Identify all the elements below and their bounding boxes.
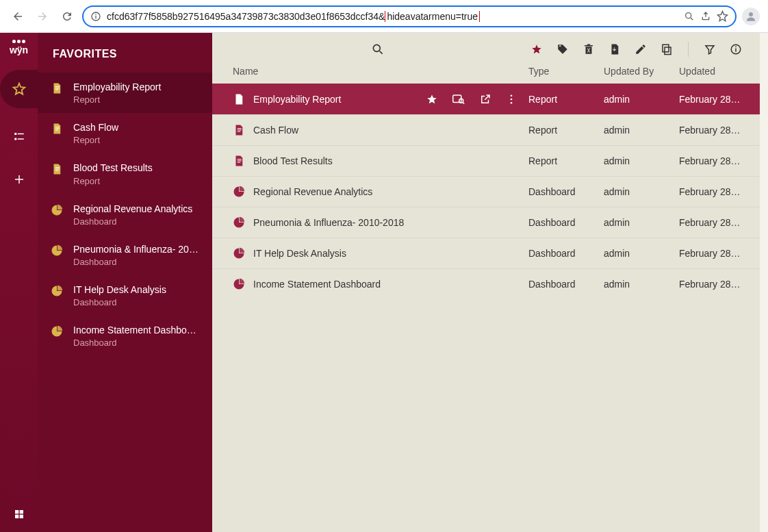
file-download-icon	[609, 43, 621, 55]
categories-icon	[13, 131, 25, 143]
report-icon	[50, 122, 64, 136]
list-header: Name Type Updated By Updated	[212, 66, 768, 84]
favorite-item[interactable]: Income Statement Dashbo… Dashboard	[38, 316, 212, 356]
favorite-item[interactable]: Cash Flow Report	[38, 113, 212, 153]
toolbar-edit-button[interactable]	[635, 43, 647, 55]
site-info-icon[interactable]	[90, 11, 101, 22]
row-name: Income Statement Dashboard	[253, 279, 528, 290]
share-icon[interactable]	[700, 11, 711, 22]
table-row[interactable]: Income Statement Dashboard Dashboard adm…	[212, 268, 768, 299]
report-icon	[233, 93, 245, 105]
svg-point-14	[373, 45, 380, 51]
svg-point-3	[686, 12, 691, 18]
table-row[interactable]: IT Help Desk Analysis Dashboard admin Fe…	[212, 238, 768, 268]
favorite-item[interactable]: Employability Report Report	[38, 73, 212, 113]
favorite-item-type: Dashboard	[73, 216, 200, 227]
wyn-logo[interactable]: wÿn	[10, 40, 28, 55]
col-header-updated[interactable]: Updated	[679, 66, 754, 77]
row-updated: February 28…	[679, 125, 754, 136]
row-updatedby: admin	[604, 217, 679, 228]
row-updatedby: admin	[604, 125, 679, 136]
row-type: Dashboard	[528, 279, 604, 290]
back-button[interactable]	[8, 7, 27, 26]
favorite-item-title: Income Statement Dashbo…	[73, 324, 200, 336]
favorite-item[interactable]: Regional Revenue Analytics Dashboard	[38, 194, 212, 235]
rail-favorites[interactable]	[0, 70, 38, 108]
favorite-item-type: Report	[73, 176, 200, 186]
svg-point-5	[749, 12, 753, 16]
row-type: Report	[528, 155, 604, 166]
col-header-name[interactable]: Name	[233, 66, 528, 77]
row-updated: February 28…	[679, 94, 754, 105]
toolbar-delete-button[interactable]	[583, 43, 595, 55]
filter-icon	[704, 43, 716, 55]
main-panel: Name Type Updated By Updated Employabili…	[212, 33, 768, 532]
favorite-item-title: Blood Test Results	[73, 162, 200, 174]
table-row[interactable]: Employability Report Report admin Februa…	[212, 84, 768, 114]
forward-button[interactable]	[33, 7, 52, 26]
svg-line-23	[463, 103, 464, 104]
favorite-item-title: Cash Flow	[73, 121, 200, 134]
table-row[interactable]: Cash Flow Report admin February 28…	[212, 114, 768, 145]
row-preview-button[interactable]	[452, 93, 465, 105]
favorite-item-type: Report	[73, 135, 200, 145]
rail-add[interactable]	[5, 166, 33, 193]
row-name: IT Help Desk Analysis	[253, 248, 528, 259]
row-name: Pneumonia & Influenza- 2010-2018	[253, 217, 528, 228]
svg-rect-7	[17, 134, 23, 135]
svg-rect-13	[19, 515, 23, 518]
pencil-icon	[635, 43, 647, 55]
table-row[interactable]: Blood Test Results Report admin February…	[212, 145, 768, 176]
bookmark-star-icon[interactable]	[717, 10, 728, 22]
row-updated: February 28…	[679, 279, 754, 290]
open-icon	[479, 93, 491, 105]
row-favorite-button[interactable]	[426, 93, 438, 105]
omnibox[interactable]: cfcd63f77f5858b927516495a34739873c3830d3…	[82, 5, 737, 27]
search-button[interactable]	[371, 42, 385, 56]
svg-rect-17	[663, 45, 669, 52]
dashboard-icon	[50, 244, 64, 257]
col-header-updatedby[interactable]: Updated By	[604, 66, 679, 77]
table-row[interactable]: Pneumonia & Influenza- 2010-2018 Dashboa…	[212, 207, 768, 238]
rail-categories[interactable]	[5, 123, 33, 151]
row-updatedby: admin	[604, 186, 679, 197]
svg-rect-9	[17, 138, 23, 140]
star-icon	[12, 81, 27, 97]
zoom-icon[interactable]	[684, 11, 695, 22]
row-name: Cash Flow	[253, 125, 528, 136]
toolbar-download-button[interactable]	[609, 43, 621, 55]
favorite-item-type: Dashboard	[73, 297, 200, 307]
dashboard-icon	[233, 186, 245, 198]
row-updated: February 28…	[679, 155, 754, 166]
toolbar-divider	[688, 42, 689, 57]
row-more-button[interactable]	[505, 93, 517, 105]
profile-avatar[interactable]	[742, 8, 760, 25]
favorite-item-title: Regional Revenue Analytics	[73, 203, 200, 215]
favorite-item-type: Report	[73, 94, 200, 105]
favorite-item[interactable]: IT Help Desk Analysis Dashboard	[38, 275, 212, 316]
row-name: Employability Report	[253, 94, 426, 105]
dashboard-icon	[233, 216, 245, 229]
svg-rect-1	[95, 15, 96, 18]
scrollbar[interactable]	[760, 33, 768, 532]
favorite-item-title: IT Help Desk Analysis	[73, 283, 200, 296]
toolbar	[212, 33, 768, 66]
reload-button[interactable]	[57, 7, 77, 26]
svg-rect-6	[14, 133, 16, 135]
favorite-item[interactable]: Pneumonia & Influenza- 20… Dashboard	[38, 235, 212, 275]
toolbar-tag-button[interactable]	[556, 43, 569, 55]
rail-apps[interactable]	[14, 509, 25, 520]
favorite-item-title: Employability Report	[73, 81, 200, 93]
svg-rect-2	[95, 14, 96, 14]
report-icon	[233, 155, 245, 167]
favorite-item-type: Dashboard	[73, 338, 200, 348]
favorite-item[interactable]: Blood Test Results Report	[38, 153, 212, 194]
toolbar-favorite-button[interactable]	[530, 43, 543, 55]
toolbar-info-button[interactable]	[730, 43, 742, 55]
svg-rect-8	[14, 138, 16, 140]
table-row[interactable]: Regional Revenue Analytics Dashboard adm…	[212, 176, 768, 207]
toolbar-copy-button[interactable]	[661, 43, 673, 55]
row-open-button[interactable]	[479, 93, 491, 105]
col-header-type[interactable]: Type	[528, 66, 604, 77]
toolbar-filter-button[interactable]	[704, 43, 716, 55]
